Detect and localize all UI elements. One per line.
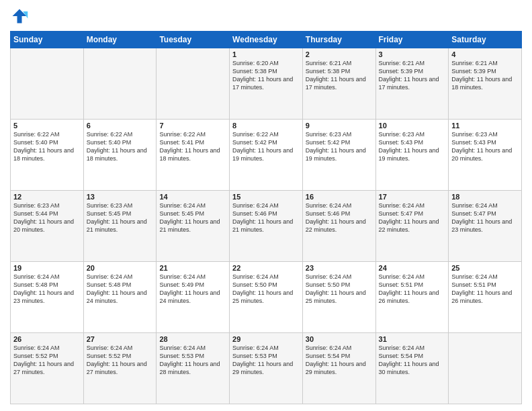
weekday-header-tuesday: Tuesday: [157, 32, 230, 48]
day-number: 9: [306, 122, 373, 130]
day-number: 21: [159, 264, 226, 272]
day-number: 30: [306, 335, 373, 343]
day-number: 27: [87, 335, 154, 343]
day-number: 20: [87, 264, 154, 272]
day-info: Sunrise: 6:21 AMSunset: 5:38 PMDaylight:…: [306, 59, 373, 92]
week-row-5: 26Sunrise: 6:24 AMSunset: 5:52 PMDayligh…: [11, 333, 522, 404]
day-cell: 4Sunrise: 6:21 AMSunset: 5:39 PMDaylight…: [449, 48, 522, 120]
day-cell: 30Sunrise: 6:24 AMSunset: 5:54 PMDayligh…: [302, 333, 375, 404]
day-info: Sunrise: 6:23 AMSunset: 5:42 PMDaylight:…: [306, 130, 373, 163]
day-number: 23: [306, 264, 373, 272]
day-cell: 26Sunrise: 6:24 AMSunset: 5:52 PMDayligh…: [11, 333, 84, 404]
day-cell: 23Sunrise: 6:24 AMSunset: 5:50 PMDayligh…: [302, 262, 375, 333]
day-cell: 15Sunrise: 6:24 AMSunset: 5:46 PMDayligh…: [230, 191, 303, 262]
day-cell: 13Sunrise: 6:23 AMSunset: 5:45 PMDayligh…: [83, 191, 157, 262]
day-cell: [11, 48, 84, 120]
day-number: 28: [159, 335, 226, 343]
day-info: Sunrise: 6:24 AMSunset: 5:47 PMDaylight:…: [379, 201, 446, 234]
weekday-header-friday: Friday: [375, 32, 449, 48]
day-cell: 21Sunrise: 6:24 AMSunset: 5:49 PMDayligh…: [157, 262, 230, 333]
day-number: 29: [232, 335, 300, 343]
day-info: Sunrise: 6:24 AMSunset: 5:51 PMDaylight:…: [451, 273, 519, 306]
day-number: 2: [306, 50, 373, 58]
day-info: Sunrise: 6:24 AMSunset: 5:47 PMDaylight:…: [451, 201, 519, 234]
day-info: Sunrise: 6:23 AMSunset: 5:43 PMDaylight:…: [379, 130, 446, 163]
day-info: Sunrise: 6:20 AMSunset: 5:38 PMDaylight:…: [232, 59, 300, 92]
day-info: Sunrise: 6:24 AMSunset: 5:46 PMDaylight:…: [232, 201, 300, 234]
day-info: Sunrise: 6:24 AMSunset: 5:46 PMDaylight:…: [306, 201, 373, 234]
day-cell: 24Sunrise: 6:24 AMSunset: 5:51 PMDayligh…: [375, 262, 449, 333]
day-number: 6: [87, 122, 154, 130]
day-cell: 2Sunrise: 6:21 AMSunset: 5:38 PMDaylight…: [302, 48, 375, 120]
weekday-header-row: SundayMondayTuesdayWednesdayThursdayFrid…: [11, 32, 522, 48]
logo-icon: [10, 7, 29, 26]
day-number: 16: [306, 193, 373, 201]
day-cell: [449, 333, 522, 404]
day-info: Sunrise: 6:24 AMSunset: 5:50 PMDaylight:…: [232, 273, 300, 306]
day-number: 11: [451, 122, 519, 130]
day-number: 22: [232, 264, 300, 272]
day-info: Sunrise: 6:22 AMSunset: 5:41 PMDaylight:…: [159, 130, 226, 163]
page: SundayMondayTuesdayWednesdayThursdayFrid…: [0, 0, 532, 411]
day-cell: 12Sunrise: 6:23 AMSunset: 5:44 PMDayligh…: [11, 191, 84, 262]
day-cell: 29Sunrise: 6:24 AMSunset: 5:53 PMDayligh…: [230, 333, 303, 404]
weekday-header-sunday: Sunday: [11, 32, 84, 48]
day-number: 8: [232, 122, 300, 130]
day-cell: 5Sunrise: 6:22 AMSunset: 5:40 PMDaylight…: [11, 120, 84, 191]
day-cell: 25Sunrise: 6:24 AMSunset: 5:51 PMDayligh…: [449, 262, 522, 333]
day-number: 14: [159, 193, 226, 201]
day-number: 7: [159, 122, 226, 130]
day-cell: 18Sunrise: 6:24 AMSunset: 5:47 PMDayligh…: [449, 191, 522, 262]
day-cell: [157, 48, 230, 120]
day-number: 25: [451, 264, 519, 272]
day-cell: 17Sunrise: 6:24 AMSunset: 5:47 PMDayligh…: [375, 191, 449, 262]
header: [10, 7, 522, 26]
day-info: Sunrise: 6:24 AMSunset: 5:51 PMDaylight:…: [379, 273, 446, 306]
day-cell: 20Sunrise: 6:24 AMSunset: 5:48 PMDayligh…: [83, 262, 157, 333]
day-number: 19: [13, 264, 81, 272]
day-info: Sunrise: 6:21 AMSunset: 5:39 PMDaylight:…: [451, 59, 519, 92]
day-cell: 16Sunrise: 6:24 AMSunset: 5:46 PMDayligh…: [302, 191, 375, 262]
day-info: Sunrise: 6:22 AMSunset: 5:40 PMDaylight:…: [13, 130, 81, 163]
day-info: Sunrise: 6:24 AMSunset: 5:48 PMDaylight:…: [87, 273, 154, 306]
weekday-header-saturday: Saturday: [449, 32, 522, 48]
day-info: Sunrise: 6:24 AMSunset: 5:52 PMDaylight:…: [87, 344, 154, 377]
logo: [10, 7, 32, 26]
day-number: 10: [379, 122, 446, 130]
day-info: Sunrise: 6:22 AMSunset: 5:42 PMDaylight:…: [232, 130, 300, 163]
week-row-2: 5Sunrise: 6:22 AMSunset: 5:40 PMDaylight…: [11, 120, 522, 191]
week-row-1: 1Sunrise: 6:20 AMSunset: 5:38 PMDaylight…: [11, 48, 522, 120]
day-cell: 19Sunrise: 6:24 AMSunset: 5:48 PMDayligh…: [11, 262, 84, 333]
day-number: 26: [13, 335, 81, 343]
day-number: 15: [232, 193, 300, 201]
weekday-header-wednesday: Wednesday: [230, 32, 303, 48]
week-row-3: 12Sunrise: 6:23 AMSunset: 5:44 PMDayligh…: [11, 191, 522, 262]
day-cell: 28Sunrise: 6:24 AMSunset: 5:53 PMDayligh…: [157, 333, 230, 404]
day-number: 24: [379, 264, 446, 272]
day-info: Sunrise: 6:23 AMSunset: 5:43 PMDaylight:…: [451, 130, 519, 163]
day-info: Sunrise: 6:24 AMSunset: 5:53 PMDaylight:…: [159, 344, 226, 377]
day-cell: 10Sunrise: 6:23 AMSunset: 5:43 PMDayligh…: [375, 120, 449, 191]
day-info: Sunrise: 6:24 AMSunset: 5:45 PMDaylight:…: [159, 201, 226, 234]
day-info: Sunrise: 6:24 AMSunset: 5:53 PMDaylight:…: [232, 344, 300, 377]
day-info: Sunrise: 6:24 AMSunset: 5:49 PMDaylight:…: [159, 273, 226, 306]
day-cell: 22Sunrise: 6:24 AMSunset: 5:50 PMDayligh…: [230, 262, 303, 333]
day-info: Sunrise: 6:23 AMSunset: 5:45 PMDaylight:…: [87, 201, 154, 234]
day-cell: 1Sunrise: 6:20 AMSunset: 5:38 PMDaylight…: [230, 48, 303, 120]
day-number: 3: [379, 50, 446, 58]
day-number: 18: [451, 193, 519, 201]
day-info: Sunrise: 6:24 AMSunset: 5:50 PMDaylight:…: [306, 273, 373, 306]
day-number: 17: [379, 193, 446, 201]
day-cell: 11Sunrise: 6:23 AMSunset: 5:43 PMDayligh…: [449, 120, 522, 191]
day-number: 5: [13, 122, 81, 130]
day-cell: 31Sunrise: 6:24 AMSunset: 5:54 PMDayligh…: [375, 333, 449, 404]
day-cell: 8Sunrise: 6:22 AMSunset: 5:42 PMDaylight…: [230, 120, 303, 191]
day-cell: 9Sunrise: 6:23 AMSunset: 5:42 PMDaylight…: [302, 120, 375, 191]
day-info: Sunrise: 6:24 AMSunset: 5:54 PMDaylight:…: [306, 344, 373, 377]
day-number: 4: [451, 50, 519, 58]
svg-marker-0: [13, 9, 27, 24]
calendar-table: SundayMondayTuesdayWednesdayThursdayFrid…: [10, 31, 522, 404]
day-cell: [83, 48, 157, 120]
day-info: Sunrise: 6:23 AMSunset: 5:44 PMDaylight:…: [13, 201, 81, 234]
week-row-4: 19Sunrise: 6:24 AMSunset: 5:48 PMDayligh…: [11, 262, 522, 333]
